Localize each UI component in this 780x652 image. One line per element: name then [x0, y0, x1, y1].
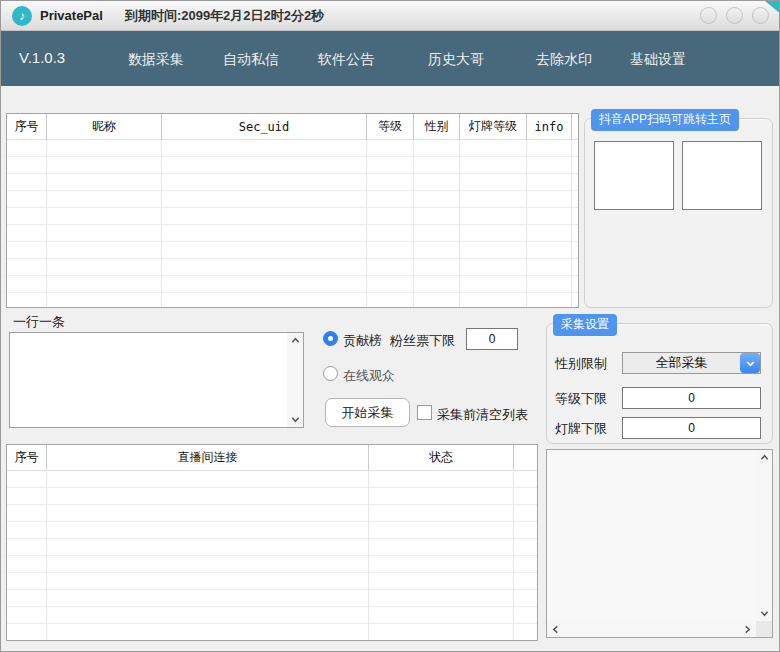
fans-ticket-min-input[interactable]: [466, 328, 518, 350]
col-info: info: [527, 114, 572, 139]
dropdown-button[interactable]: [740, 353, 760, 373]
log-panel[interactable]: [546, 449, 773, 638]
scroll-down-icon[interactable]: [291, 415, 300, 424]
qr-panel: 抖音APP扫码可跳转主页: [584, 118, 773, 308]
scroll-down-icon[interactable]: [760, 609, 769, 618]
nav-item-settings[interactable]: 基础设置: [630, 51, 686, 69]
scroll-up-icon[interactable]: [291, 336, 300, 345]
nav-item-announcement[interactable]: 软件公告: [318, 51, 374, 69]
version-label: V.1.0.3: [19, 49, 65, 66]
start-collect-button[interactable]: 开始采集: [325, 398, 410, 427]
col-level: 等级: [367, 114, 414, 139]
gender-limit-dropdown[interactable]: 全部采集: [622, 352, 761, 374]
lamp-min-label: 灯牌下限: [555, 420, 607, 438]
radio-online-viewers[interactable]: [323, 366, 338, 381]
nav-item-data-collect[interactable]: 数据采集: [128, 51, 184, 69]
nav-item-watermark[interactable]: 去除水印: [536, 51, 592, 69]
radio-contribution-rank-label[interactable]: 贡献榜: [343, 332, 382, 350]
clear-before-collect-checkbox[interactable]: [417, 405, 432, 420]
qr-code-placeholder-2: [682, 141, 762, 210]
collect-settings-title: 采集设置: [553, 314, 617, 336]
user-table-header: 序号 昵称 Sec_uid 等级 性别 灯牌等级 info: [7, 114, 578, 140]
level-min-label: 等级下限: [555, 390, 607, 408]
col-sec-uid: Sec_uid: [162, 114, 367, 139]
scroll-up-icon[interactable]: [760, 453, 769, 462]
scrollbar-corner: [756, 621, 772, 637]
collect-settings-panel: 采集设置 性别限制 全部采集 等级下限 灯牌下限: [546, 323, 773, 444]
close-button[interactable]: [752, 7, 769, 24]
gender-limit-label: 性别限制: [555, 355, 607, 373]
col-room-link: 直播间连接: [47, 445, 369, 470]
col-index: 序号: [7, 114, 47, 139]
room-table[interactable]: 序号 直播间连接 状态: [6, 444, 538, 641]
titlebar: ♪ PrivatePal 到期时间:2099年2月2日2时2分2秒: [1, 1, 780, 31]
app-title: PrivatePal: [40, 8, 103, 23]
level-min-input[interactable]: [622, 387, 761, 409]
scroll-left-icon[interactable]: [551, 625, 560, 634]
scroll-right-icon[interactable]: [743, 625, 752, 634]
log-horizontal-scrollbar[interactable]: [547, 621, 756, 637]
fans-ticket-min-label: 粉丝票下限: [390, 332, 455, 350]
col-spacer: [514, 445, 537, 470]
app-logo-music-note-icon: ♪: [12, 6, 32, 26]
chevron-down-icon: [746, 359, 755, 368]
one-per-line-label: 一行一条: [13, 313, 65, 331]
log-vertical-scrollbar[interactable]: [756, 450, 772, 621]
window-controls: [700, 7, 769, 24]
col-gender: 性别: [414, 114, 460, 139]
gender-limit-value: 全部采集: [623, 354, 740, 372]
minimize-button[interactable]: [700, 7, 717, 24]
user-table-body: [7, 140, 578, 307]
qr-code-placeholder-1: [594, 141, 674, 210]
lamp-min-input[interactable]: [622, 417, 761, 439]
room-table-header: 序号 直播间连接 状态: [7, 445, 537, 471]
maximize-button[interactable]: [726, 7, 743, 24]
radio-online-viewers-label[interactable]: 在线观众: [343, 367, 395, 385]
qr-panel-title: 抖音APP扫码可跳转主页: [591, 109, 739, 131]
user-table[interactable]: 序号 昵称 Sec_uid 等级 性别 灯牌等级 info: [6, 113, 579, 308]
textarea-vertical-scrollbar[interactable]: [287, 333, 303, 427]
col-status: 状态: [369, 445, 514, 470]
nav-item-history[interactable]: 历史大哥: [428, 51, 484, 69]
col-lamp-level: 灯牌等级: [460, 114, 527, 139]
col-index: 序号: [7, 445, 47, 470]
nav-item-auto-message[interactable]: 自动私信: [223, 51, 279, 69]
room-list-textarea[interactable]: [9, 332, 304, 428]
clear-before-collect-label[interactable]: 采集前清空列表: [437, 406, 528, 424]
expire-time-text: 到期时间:2099年2月2日2时2分2秒: [125, 7, 324, 25]
col-nickname: 昵称: [47, 114, 162, 139]
navbar: V.1.0.3 数据采集 自动私信 软件公告 历史大哥 去除水印 基础设置: [1, 31, 780, 86]
col-spacer: [572, 114, 578, 139]
radio-contribution-rank[interactable]: [323, 331, 338, 346]
room-table-body: [7, 471, 537, 640]
